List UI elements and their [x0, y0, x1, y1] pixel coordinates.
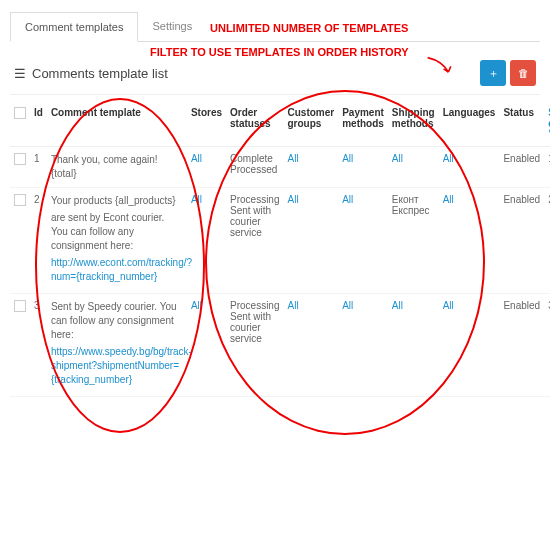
add-button[interactable]: ＋ — [480, 60, 506, 86]
panel-title: Comments template list — [32, 66, 168, 81]
table-row: 2 Your products {all_products} are sent … — [10, 188, 550, 294]
col-customer-groups[interactable]: Customer groups — [283, 101, 338, 147]
row-checkbox[interactable] — [14, 300, 26, 312]
cell-shipping: All — [388, 147, 439, 188]
annotation-arrow — [425, 56, 459, 80]
cell-status: Enabled — [499, 147, 544, 188]
trash-icon: 🗑 — [518, 67, 529, 79]
cell-stores: All — [187, 294, 226, 397]
templates-table: Id Comment template Stores Order statuse… — [10, 101, 550, 397]
row-checkbox[interactable] — [14, 153, 26, 165]
row-checkbox[interactable] — [14, 194, 26, 206]
plus-icon: ＋ — [488, 66, 499, 81]
cell-groups: All — [283, 188, 338, 294]
col-shipping-methods[interactable]: Shipping methods — [388, 101, 439, 147]
cell-payment: All — [338, 188, 388, 294]
panel-header: ☰ Comments template list ＋ 🗑 — [10, 52, 540, 95]
list-icon: ☰ — [14, 66, 26, 81]
col-template[interactable]: Comment template — [47, 101, 187, 147]
cell-id: 3 — [30, 294, 47, 397]
select-all-checkbox[interactable] — [14, 107, 26, 119]
table-row: 3 Sent by Speedy courier. You can follow… — [10, 294, 550, 397]
col-id[interactable]: Id — [30, 101, 47, 147]
cell-order-status: Processing Sent with courier service — [226, 188, 283, 294]
cell-groups: All — [283, 147, 338, 188]
col-stores[interactable]: Stores — [187, 101, 226, 147]
cell-payment: All — [338, 294, 388, 397]
cell-stores: All — [187, 188, 226, 294]
col-languages[interactable]: Languages — [439, 101, 500, 147]
cell-payment: All — [338, 147, 388, 188]
tab-comment-templates[interactable]: Comment templates — [10, 12, 138, 42]
cell-sort: 20 — [544, 188, 550, 294]
cell-shipping: Еконт Експрес — [388, 188, 439, 294]
cell-order-status: Processing Sent with courier service — [226, 294, 283, 397]
table-row: 1 Thank you, come again! {total} All Com… — [10, 147, 550, 188]
cell-status: Enabled — [499, 188, 544, 294]
cell-template: Your products {all_products} are sent by… — [47, 188, 187, 294]
cell-template: Thank you, come again! {total} — [47, 147, 187, 188]
cell-lang: All — [439, 188, 500, 294]
cell-status: Enabled — [499, 294, 544, 397]
cell-template: Sent by Speedy courier. You can follow a… — [47, 294, 187, 397]
cell-lang: All — [439, 294, 500, 397]
col-sort-order[interactable]: Sort order ˅ — [544, 101, 550, 147]
cell-sort: 30 — [544, 294, 550, 397]
col-status[interactable]: Status — [499, 101, 544, 147]
cell-stores: All — [187, 147, 226, 188]
delete-button[interactable]: 🗑 — [510, 60, 536, 86]
annotation-filter: FILTER TO USE TEMPLATES IN ORDER HISTORY — [150, 46, 409, 58]
cell-id: 2 — [30, 188, 47, 294]
cell-id: 1 — [30, 147, 47, 188]
cell-order-status: Complete Processed — [226, 147, 283, 188]
tab-settings[interactable]: Settings — [138, 12, 206, 41]
cell-shipping: All — [388, 294, 439, 397]
cell-lang: All — [439, 147, 500, 188]
annotation-unlimited: UNLIMITED NUMBER OF TEMPLATES — [210, 22, 408, 34]
col-order-statuses[interactable]: Order statuses — [226, 101, 283, 147]
col-payment-methods[interactable]: Payment methods — [338, 101, 388, 147]
cell-sort: 10 — [544, 147, 550, 188]
cell-groups: All — [283, 294, 338, 397]
